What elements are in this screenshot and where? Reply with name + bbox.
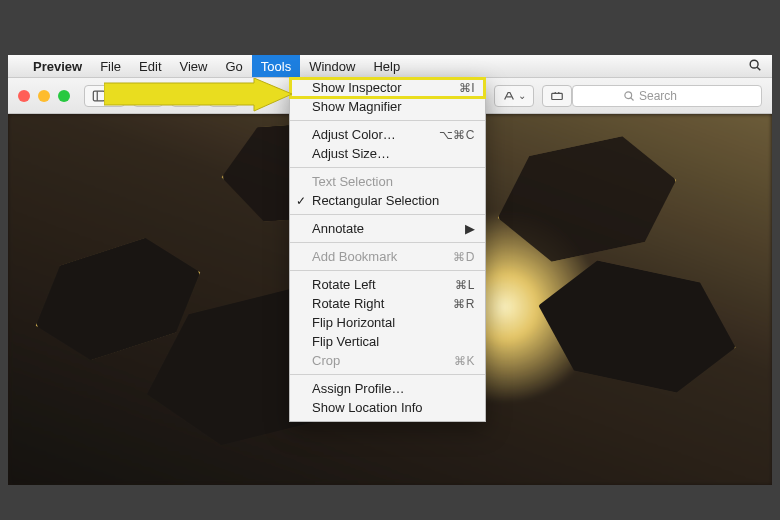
tools-menu-dropdown: Show Inspector⌘IShow MagnifierAdjust Col… [289,78,486,422]
window-traffic-lights [18,90,70,102]
menu-item-label: Show Location Info [312,400,423,415]
window-zoom-button[interactable] [58,90,70,102]
menu-item-shortcut: ⌘L [455,278,475,292]
menu-item[interactable]: Show Magnifier [290,97,485,116]
svg-rect-0 [93,91,104,101]
spotlight-icon[interactable] [748,58,762,75]
menu-item-label: Show Inspector [312,80,402,95]
menu-item-label: Adjust Color… [312,127,396,142]
menu-item[interactable]: Annotate▶ [290,219,485,238]
menu-item-label: Rectangular Selection [312,193,439,208]
window-minimize-button[interactable] [38,90,50,102]
menu-item-label: Assign Profile… [312,381,404,396]
menu-item-label: Flip Vertical [312,334,379,349]
menu-item[interactable]: Show Inspector⌘I [290,78,485,97]
highlight-button[interactable]: ⌄ [494,85,534,107]
menu-item-label: Crop [312,353,340,368]
svg-rect-12 [552,93,563,99]
svg-line-16 [631,97,634,100]
menu-app[interactable]: Preview [24,55,91,77]
menu-item[interactable]: Rotate Left⌘L [290,275,485,294]
menu-item: Add Bookmark⌘D [290,247,485,266]
menu-item-shortcut: ⌘K [454,354,475,368]
menu-item[interactable]: Adjust Color…⌥⌘C [290,125,485,144]
menu-item[interactable]: Flip Vertical [290,332,485,351]
window-close-button[interactable] [18,90,30,102]
menu-item[interactable]: Assign Profile… [290,379,485,398]
svg-point-17 [750,60,758,68]
menu-item: Text Selection [290,172,485,191]
menu-item-shortcut: ⌘D [453,250,475,264]
menu-item-label: Flip Horizontal [312,315,395,330]
svg-point-15 [625,91,632,98]
menu-item[interactable]: Flip Horizontal [290,313,485,332]
chevron-down-icon: ⌄ [518,90,526,101]
menu-item-label: Rotate Right [312,296,384,311]
menu-go[interactable]: Go [216,55,251,77]
svg-line-18 [757,67,760,70]
check-icon: ✓ [296,194,306,208]
menu-item-label: Text Selection [312,174,393,189]
svg-line-3 [150,98,153,101]
menu-item[interactable]: ✓Rectangular Selection [290,191,485,210]
search-icon [623,90,635,102]
markup-toolbar-button[interactable] [542,85,572,107]
chevron-down-icon: ⌄ [109,90,117,101]
system-menubar: Preview File Edit View Go Tools Window H… [8,55,772,78]
menu-item: Crop⌘K [290,351,485,370]
sidebar-toggle-button[interactable]: ⌄ [84,85,125,107]
search-placeholder: Search [639,89,677,103]
menu-help[interactable]: Help [364,55,409,77]
menu-item-shortcut: ⌘R [453,297,475,311]
menu-item-label: Show Magnifier [312,99,402,114]
svg-line-6 [188,98,191,101]
menu-item-label: Annotate [312,221,364,236]
submenu-arrow-icon: ▶ [465,221,475,236]
menu-item-label: Adjust Size… [312,146,390,161]
menu-file[interactable]: File [91,55,130,77]
menu-window[interactable]: Window [300,55,364,77]
menu-item[interactable]: Adjust Size… [290,144,485,163]
menu-tools[interactable]: Tools [252,55,300,77]
menu-item[interactable]: Show Location Info [290,398,485,417]
search-field[interactable]: Search [572,85,762,107]
zoom-out-button[interactable] [133,85,163,107]
zoom-in-button[interactable] [171,85,201,107]
menu-item[interactable]: Rotate Right⌘R [290,294,485,313]
menu-item-shortcut: ⌘I [459,81,475,95]
share-button[interactable] [209,85,239,107]
menu-item-shortcut: ⌥⌘C [439,128,475,142]
menu-item-label: Rotate Left [312,277,376,292]
menu-view[interactable]: View [171,55,217,77]
menu-edit[interactable]: Edit [130,55,170,77]
menu-item-label: Add Bookmark [312,249,397,264]
